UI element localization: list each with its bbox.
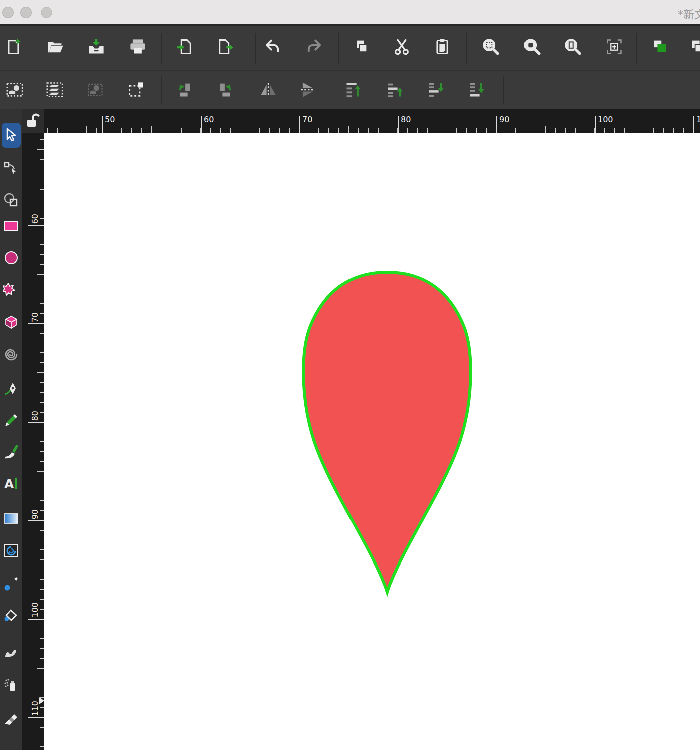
selection-touch-icon[interactable] [122, 76, 150, 104]
undo-icon[interactable] [258, 33, 286, 61]
tool-options-bar: X: 69.813 − + Y: 66.281 [0, 70, 700, 109]
toolbar-separator [161, 76, 162, 104]
hruler-label-60: 60 [201, 116, 202, 133]
tool-mesh-gradient[interactable] [2, 538, 21, 564]
toolbox: A [0, 109, 22, 750]
export-icon[interactable] [211, 33, 239, 61]
tool-color-picker[interactable] [2, 571, 21, 596]
flip-vertical-icon[interactable] [294, 76, 322, 104]
zoom-drawing-icon[interactable] [517, 33, 546, 61]
duplicate-icon[interactable] [347, 33, 375, 61]
hruler-label-110: 110 [693, 116, 694, 133]
toolbar-separator [466, 33, 467, 64]
hruler-label-100: 100 [595, 116, 596, 133]
pin-tip-notch [384, 587, 390, 597]
tool-spray[interactable] [2, 672, 21, 697]
zoom-frame-icon[interactable] [600, 33, 628, 61]
tool-paint-bucket[interactable] [2, 603, 21, 628]
vruler-label-60: 60 [28, 225, 44, 226]
import-icon[interactable] [170, 33, 199, 61]
tool-text[interactable]: A [2, 471, 21, 496]
tool-pencil[interactable] [2, 408, 21, 433]
toolbox-divider [3, 635, 20, 635]
hruler-label-50: 50 [102, 116, 103, 133]
window-title: *新文 [678, 5, 700, 21]
redo-icon[interactable] [300, 33, 328, 61]
map-pin-shape[interactable] [303, 272, 470, 592]
tool-node-editor[interactable] [2, 155, 21, 180]
fill-swatches-icon[interactable] [646, 33, 674, 61]
tool-gradient[interactable] [2, 506, 21, 531]
lower-icon[interactable] [422, 76, 450, 104]
toolbox-divider [3, 207, 20, 207]
zoom-selection-icon[interactable] [476, 33, 504, 61]
toolbar-separator [255, 33, 256, 64]
drawing-area [44, 133, 700, 750]
vertical-ruler[interactable]: 60708090100110 [22, 133, 44, 750]
tool-tweak[interactable] [2, 639, 21, 664]
cut-icon[interactable] [388, 33, 416, 61]
select-all-layers-icon[interactable] [41, 76, 69, 104]
zoom-page-icon[interactable] [558, 33, 586, 61]
vruler-label-100: 100 [28, 619, 44, 620]
vruler-label-90: 90 [28, 520, 44, 521]
tool-shape-builder[interactable] [2, 188, 21, 213]
deselect-icon[interactable] [81, 76, 109, 104]
select-all-icon[interactable] [1, 76, 29, 104]
title-bar: *新文 [0, 0, 700, 25]
command-bar [0, 24, 700, 70]
close-window-button[interactable] [2, 7, 14, 18]
svg-text:A: A [4, 477, 14, 491]
save-icon[interactable] [82, 33, 110, 61]
horizontal-ruler[interactable]: 5060708090100110 [44, 109, 700, 133]
flip-horizontal-icon[interactable] [254, 76, 282, 104]
tool-star[interactable] [2, 277, 21, 302]
hruler-label-70: 70 [299, 116, 300, 133]
tool-spiral[interactable] [2, 342, 21, 367]
minimize-window-button[interactable] [20, 7, 32, 18]
toolbar-separator [636, 33, 637, 64]
rotate-ccw-icon[interactable] [170, 76, 199, 104]
rotate-cw-icon[interactable] [211, 76, 239, 104]
zoom-window-button[interactable] [41, 7, 52, 18]
toolbar-separator [338, 33, 339, 64]
tool-eraser[interactable] [2, 705, 21, 730]
unlock-icon [26, 113, 41, 130]
tool-ellipse[interactable] [2, 245, 21, 270]
vruler-label-70: 70 [28, 323, 44, 324]
toolbar-separator [161, 33, 162, 64]
tool-pen-bezier[interactable] [2, 376, 21, 401]
tool-rectangle[interactable] [2, 213, 21, 238]
ruler-cursor-marker [39, 697, 44, 704]
lower-to-bottom-icon[interactable] [463, 76, 491, 104]
vruler-label-110: 110 [28, 717, 44, 718]
ruler-corner[interactable] [22, 109, 44, 133]
hruler-label-90: 90 [496, 116, 497, 133]
print-icon[interactable] [124, 33, 152, 61]
canvas[interactable] [44, 133, 700, 750]
tool-calligraphy[interactable] [2, 438, 21, 463]
tool-connector-partial[interactable] [2, 737, 21, 750]
tool-selector[interactable] [2, 123, 21, 148]
clipped-icon[interactable] [683, 33, 700, 61]
hruler-label-80: 80 [398, 116, 399, 133]
open-folder-icon[interactable] [41, 33, 69, 61]
new-document-icon[interactable] [0, 33, 28, 61]
paste-icon[interactable] [428, 33, 456, 61]
tool-box-3d[interactable] [2, 310, 21, 335]
raise-to-top-icon[interactable] [339, 76, 368, 104]
toolbar-separator [503, 76, 504, 104]
vruler-label-80: 80 [28, 422, 44, 423]
inkscape-window: *新文 [0, 0, 700, 750]
raise-icon[interactable] [381, 76, 409, 104]
